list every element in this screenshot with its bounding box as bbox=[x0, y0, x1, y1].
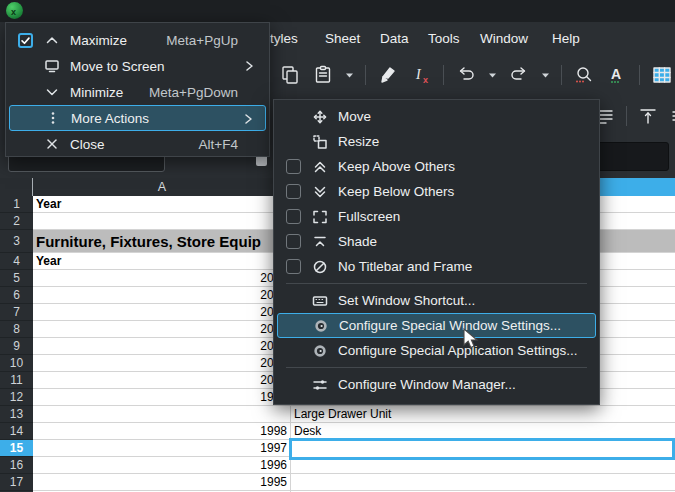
menu-item-configure-window-manager[interactable]: Configure Window Manager... bbox=[277, 372, 596, 397]
menu-item-label: No Titlebar and Frame bbox=[338, 259, 596, 274]
checkbox-unchecked[interactable] bbox=[286, 159, 301, 174]
menu-item-keep-below-others[interactable]: Keep Below Others bbox=[277, 179, 596, 204]
checkbox-unchecked[interactable] bbox=[286, 209, 301, 224]
menu-item-shade[interactable]: Shade bbox=[277, 229, 596, 254]
row-header-15[interactable]: 15 bbox=[0, 440, 33, 457]
toolbar-separator bbox=[561, 65, 562, 85]
checkbox-unchecked[interactable] bbox=[286, 234, 301, 249]
menu-item-set-window-shortcut[interactable]: Set Window Shortcut... bbox=[277, 288, 596, 313]
row-header-11[interactable]: 11 bbox=[0, 372, 33, 389]
menu-item-configure-special-application-settings[interactable]: Configure Special Application Settings..… bbox=[277, 338, 596, 363]
row-header-2[interactable]: 2 bbox=[0, 213, 33, 230]
menu-item-keep-above-others[interactable]: Keep Above Others bbox=[277, 154, 596, 179]
checkbox-unchecked[interactable] bbox=[286, 259, 301, 274]
clone-formatting-icon[interactable] bbox=[377, 64, 399, 86]
checkbox-spacer bbox=[287, 318, 302, 333]
row-header-12[interactable]: 12 bbox=[0, 389, 33, 406]
checkbox-spacer bbox=[286, 109, 301, 124]
cell-b13[interactable]: Large Drawer Unit bbox=[291, 406, 675, 423]
cell-b17[interactable] bbox=[291, 474, 675, 491]
cell-a2[interactable] bbox=[33, 213, 291, 230]
menu-item-minimize[interactable]: MinimizeMeta+PgDown bbox=[9, 79, 266, 105]
checkbox-unchecked[interactable] bbox=[286, 184, 301, 199]
menu-item-no-titlebar-and-frame[interactable]: No Titlebar and Frame bbox=[277, 254, 596, 279]
shade-icon bbox=[312, 234, 328, 250]
cell-a17[interactable]: 1995 bbox=[33, 474, 291, 491]
cell-a12[interactable]: 1999 bbox=[33, 389, 291, 406]
menu-data[interactable]: Data bbox=[380, 22, 409, 55]
cell-a16[interactable]: 1996 bbox=[33, 457, 291, 474]
row-header-3[interactable]: 3 bbox=[0, 230, 33, 253]
checkbox-checked[interactable] bbox=[18, 33, 33, 48]
menu-item-resize[interactable]: Resize bbox=[277, 129, 596, 154]
menu-item-label: Move to Screen bbox=[70, 59, 266, 74]
paste-icon[interactable] bbox=[312, 64, 334, 86]
menu-window[interactable]: Window bbox=[480, 22, 528, 55]
row-header-9[interactable]: 9 bbox=[0, 338, 33, 355]
chevrons-up-icon bbox=[312, 159, 328, 175]
menu-tools[interactable]: Tools bbox=[428, 22, 460, 55]
paste-dropdown-icon[interactable] bbox=[345, 64, 354, 86]
select-all-corner[interactable] bbox=[0, 178, 33, 196]
menu-item-configure-special-window-settings[interactable]: Configure Special Window Settings... bbox=[277, 313, 596, 338]
menu-item-label: Fullscreen bbox=[338, 209, 596, 224]
redo-dropdown-icon[interactable] bbox=[541, 64, 550, 86]
cell-a14[interactable]: 1998 bbox=[33, 423, 291, 440]
cell-a15[interactable]: 1997 bbox=[33, 440, 291, 457]
app-window-icon[interactable]: x bbox=[6, 2, 23, 19]
redo-icon[interactable] bbox=[508, 64, 530, 86]
menu-sheet[interactable]: Sheet bbox=[325, 22, 360, 55]
menu-item-move-to-screen[interactable]: Move to Screen bbox=[9, 53, 266, 79]
row-header-10[interactable]: 10 bbox=[0, 355, 33, 372]
undo-icon[interactable] bbox=[455, 64, 477, 86]
row-header-7[interactable]: 7 bbox=[0, 304, 33, 321]
selected-cell-outline[interactable] bbox=[289, 438, 675, 460]
cell-a4[interactable]: Year bbox=[33, 253, 291, 270]
svg-text:x: x bbox=[423, 75, 428, 85]
align-top-icon[interactable] bbox=[637, 105, 659, 127]
spelling-icon[interactable]: A bbox=[606, 64, 628, 86]
row-header-5[interactable]: 5 bbox=[0, 270, 33, 287]
menu-item-maximize[interactable]: MaximizeMeta+PgUp bbox=[9, 27, 266, 53]
toolbar-separator bbox=[443, 65, 444, 85]
menu-item-more-actions[interactable]: More Actions bbox=[9, 105, 266, 131]
menu-separator bbox=[286, 283, 587, 284]
menu-item-label: Resize bbox=[338, 134, 596, 149]
menu-item-label: More Actions bbox=[71, 111, 265, 126]
align-partial-icon[interactable] bbox=[669, 105, 675, 127]
row-header-17[interactable]: 17 bbox=[0, 474, 33, 491]
checkbox-spacer bbox=[286, 343, 301, 358]
keyboard-icon bbox=[312, 293, 328, 309]
row-header-4[interactable]: 4 bbox=[0, 253, 33, 270]
cell-a13[interactable] bbox=[33, 406, 291, 423]
copy-icon[interactable] bbox=[279, 64, 301, 86]
kebab-icon bbox=[45, 110, 61, 126]
borders-icon[interactable] bbox=[651, 64, 673, 86]
cell-a7[interactable]: 2004 bbox=[33, 304, 291, 321]
undo-dropdown-icon[interactable] bbox=[488, 64, 497, 86]
cell-a1[interactable]: Year bbox=[33, 196, 291, 213]
cell-a6[interactable]: 2005 bbox=[33, 287, 291, 304]
menu-help[interactable]: Help bbox=[552, 22, 580, 55]
find-replace-icon[interactable] bbox=[573, 64, 595, 86]
menu-item-close[interactable]: CloseAlt+F4 bbox=[9, 131, 266, 157]
column-header-a[interactable]: A bbox=[33, 178, 291, 196]
close-icon bbox=[44, 136, 60, 152]
menu-item-fullscreen[interactable]: Fullscreen bbox=[277, 204, 596, 229]
cell-a5[interactable]: 2006 bbox=[33, 270, 291, 287]
cell-a10[interactable]: 2001 bbox=[33, 355, 291, 372]
cell-a11[interactable]: 2000 bbox=[33, 372, 291, 389]
menu-item-move[interactable]: Move bbox=[277, 104, 596, 129]
titlebar[interactable]: x bbox=[0, 0, 675, 22]
row-header-14[interactable]: 14 bbox=[0, 423, 33, 440]
chevron-down-icon bbox=[44, 84, 60, 100]
row-header-13[interactable]: 13 bbox=[0, 406, 33, 423]
cell-a9[interactable]: 2002 bbox=[33, 338, 291, 355]
clear-formatting-icon[interactable]: Ix bbox=[410, 64, 432, 86]
row-header-16[interactable]: 16 bbox=[0, 457, 33, 474]
window-operations-menu: MaximizeMeta+PgUpMove to ScreenMinimizeM… bbox=[5, 22, 270, 157]
row-header-6[interactable]: 6 bbox=[0, 287, 33, 304]
cell-a8[interactable]: 2003 bbox=[33, 321, 291, 338]
row-header-1[interactable]: 1 bbox=[0, 196, 33, 213]
row-header-8[interactable]: 8 bbox=[0, 321, 33, 338]
